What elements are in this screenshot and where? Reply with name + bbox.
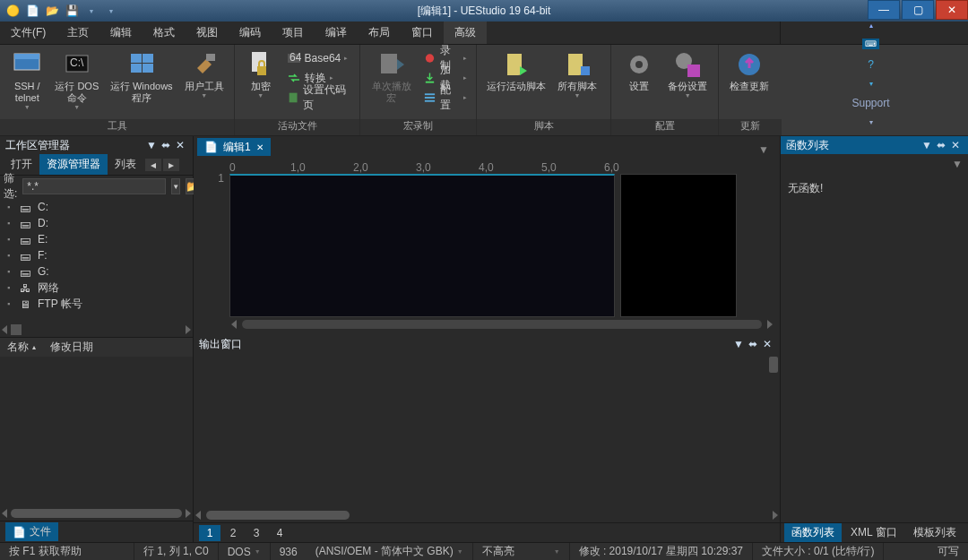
app-icon: 🟡: [5, 4, 20, 18]
ribbon-group-macro: 宏录制: [360, 119, 476, 135]
editor-tab-1[interactable]: 📄 编辑1 ✕: [197, 138, 271, 156]
open-icon[interactable]: 📂: [45, 4, 59, 18]
filter-dropdown-button[interactable]: ▼: [171, 178, 180, 194]
status-mode[interactable]: 可写: [929, 543, 968, 560]
caret-up-icon[interactable]: ▴: [869, 22, 873, 30]
sidebar-tab-list[interactable]: 列表: [108, 154, 143, 175]
menu-file[interactable]: 文件(F): [0, 22, 56, 44]
save-icon[interactable]: 💾: [65, 4, 79, 18]
svg-rect-19: [424, 97, 434, 99]
globe-up-icon: [735, 50, 764, 79]
menu-project[interactable]: 项目: [272, 22, 315, 44]
tab-next-icon[interactable]: ▸: [163, 159, 179, 171]
settings-button[interactable]: 设置: [617, 48, 661, 92]
menu-window[interactable]: 窗口: [401, 22, 444, 44]
sidebar-file-button[interactable]: 📄文件: [5, 522, 58, 541]
panel-menu-icon[interactable]: ▼: [144, 139, 159, 151]
sidebar-hscroll[interactable]: [0, 323, 193, 337]
pin-icon[interactable]: ⬌: [159, 139, 173, 151]
minimize-button[interactable]: —: [868, 0, 900, 20]
col-date[interactable]: 修改日期: [43, 340, 100, 355]
svg-point-24: [635, 61, 643, 68]
panel-close-icon[interactable]: ✕: [760, 338, 774, 350]
filter-input[interactable]: [22, 178, 166, 194]
all-scripts-button[interactable]: 所有脚本 ▼: [552, 48, 602, 99]
svg-rect-1: [14, 54, 39, 59]
menu-view[interactable]: 视图: [186, 22, 229, 44]
config-macro-button[interactable]: 配置▸: [419, 88, 471, 108]
editor-wrap: 1 0 1,0 2,0 3,0 4,0 5,0 6,0: [194, 156, 780, 335]
output-vscroll[interactable]: [769, 357, 778, 504]
status-encoding[interactable]: (ANSI/OEM - 简体中文 GBK)▼: [307, 543, 473, 560]
menu-home[interactable]: 主页: [56, 22, 99, 44]
output-tab-3[interactable]: 3: [246, 525, 267, 541]
right-tab-funclist[interactable]: 函数列表: [784, 523, 842, 542]
menu-encode[interactable]: 编码: [229, 22, 272, 44]
new-icon[interactable]: 📄: [25, 4, 39, 18]
check-update-button[interactable]: 检查更新: [724, 48, 774, 92]
play-macro-button[interactable]: 单次播放宏: [366, 48, 418, 104]
tree-node-c[interactable]: ▪🖴C:: [4, 199, 189, 215]
tree-node-d[interactable]: ▪🖴D:: [4, 215, 189, 231]
pin-icon[interactable]: ⬌: [746, 338, 760, 350]
svg-rect-13: [289, 93, 297, 103]
menu-edit[interactable]: 编辑: [99, 22, 143, 44]
run-active-script-button[interactable]: 运行活动脚本: [482, 48, 550, 92]
menu-advanced[interactable]: 高级: [444, 22, 487, 44]
status-eol[interactable]: DOS▼: [219, 543, 271, 560]
menu-layout[interactable]: 布局: [358, 22, 401, 44]
savedd-icon[interactable]: ▼: [84, 4, 99, 18]
func-dropdown-icon[interactable]: ▼: [952, 158, 963, 170]
output-tab-4[interactable]: 4: [269, 525, 290, 541]
output-body[interactable]: [194, 353, 780, 508]
status-help: 按 F1 获取帮助: [0, 543, 134, 560]
b64-icon: 64: [287, 51, 301, 65]
tree-node-f[interactable]: ▪🖴F:: [4, 247, 189, 263]
panel-menu-icon[interactable]: ▼: [731, 338, 746, 350]
tabs-dropdown-icon[interactable]: ▼: [751, 143, 776, 156]
svg-rect-26: [687, 65, 700, 77]
output-tab-1[interactable]: 1: [199, 525, 220, 541]
sidebar-tab-explorer[interactable]: 资源管理器: [39, 154, 108, 175]
col-name[interactable]: 名称▴: [0, 340, 43, 355]
tree-node-g[interactable]: ▪🖴G:: [4, 263, 189, 280]
terminal-icon: [13, 50, 41, 79]
run-windows-button[interactable]: 运行 Windows 程序: [105, 48, 178, 104]
ribbon-group-script: 脚本: [477, 119, 610, 135]
minimap[interactable]: [620, 174, 737, 317]
ssh-telnet-button[interactable]: SSH / telnet ▼: [5, 48, 49, 110]
tree-node-net[interactable]: ▪🖧网络: [4, 280, 189, 296]
workspace-header: 工作区管理器 ▼ ⬌ ✕: [0, 136, 193, 154]
output-tab-2[interactable]: 2: [222, 525, 244, 541]
right-tab-template[interactable]: 模板列表: [906, 523, 964, 542]
panel-close-icon[interactable]: ✕: [173, 139, 187, 151]
right-tab-xml[interactable]: XML 窗口: [843, 523, 904, 542]
user-tools-button[interactable]: 用户工具 ▼: [180, 48, 229, 99]
svg-text:64: 64: [290, 51, 301, 64]
output-hscroll[interactable]: [194, 508, 780, 522]
editor-hscroll[interactable]: [229, 317, 774, 332]
encrypt-button[interactable]: 加密 ▼: [240, 48, 281, 99]
maximize-button[interactable]: ▢: [902, 0, 934, 20]
drive-icon: 🖴: [20, 250, 34, 261]
base64-button[interactable]: 64Base64▸: [283, 48, 354, 68]
status-highlight[interactable]: 不高亮▼: [473, 543, 570, 560]
layout-icon[interactable]: ▼: [104, 4, 118, 18]
tree-node-ftp[interactable]: ▪🖥FTP 帐号: [4, 296, 189, 312]
panel-menu-icon[interactable]: ▼: [920, 139, 934, 151]
tab-close-icon[interactable]: ✕: [256, 142, 264, 152]
menu-format[interactable]: 格式: [143, 22, 186, 44]
menu-compile[interactable]: 编译: [315, 22, 358, 44]
sidebar-tabs: 打开 资源管理器 列表 ◂ ▸: [0, 154, 193, 176]
tree-node-e[interactable]: ▪🖴E:: [4, 231, 189, 247]
panel-close-icon[interactable]: ✕: [948, 139, 963, 151]
run-dos-button[interactable]: C:\ 运行 DOS 命令 ▼: [51, 48, 103, 110]
editor-document[interactable]: [229, 174, 615, 317]
codepage-button[interactable]: 设置代码页: [283, 88, 354, 108]
pin-icon[interactable]: ⬌: [934, 139, 948, 151]
tab-prev-icon[interactable]: ◂: [145, 159, 161, 171]
close-button[interactable]: ✕: [936, 0, 968, 20]
sidebar-hscroll2[interactable]: [0, 506, 193, 521]
backup-settings-button[interactable]: 备份设置 ▼: [663, 48, 713, 99]
ribbon-group-update: 更新: [719, 119, 782, 135]
